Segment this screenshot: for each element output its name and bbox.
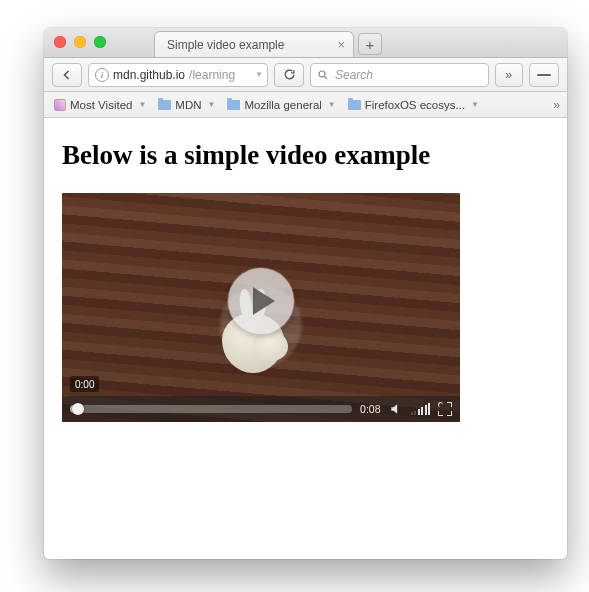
menu-button[interactable] <box>529 63 559 87</box>
chevron-down-icon: ▼ <box>471 100 479 109</box>
new-tab-button[interactable]: + <box>358 33 382 55</box>
play-icon <box>253 287 275 315</box>
folder-icon <box>227 100 240 110</box>
mute-button[interactable] <box>389 402 403 416</box>
bookmark-label: Mozilla general <box>244 99 321 111</box>
current-time: 0:00 <box>75 379 94 390</box>
toolbar-overflow-button[interactable]: » <box>495 63 523 87</box>
url-path: /learning <box>189 68 235 82</box>
toolbar: i mdn.github.io/learning ▼ Search » <box>44 58 567 92</box>
close-tab-icon[interactable]: × <box>337 38 345 51</box>
most-visited-icon <box>54 99 66 111</box>
page-heading: Below is a simple video example <box>62 140 549 171</box>
url-host: mdn.github.io <box>113 68 185 82</box>
video-player[interactable]: 0:00 0:08 <box>62 193 460 422</box>
bookmark-most-visited[interactable]: Most Visited ▼ <box>50 97 150 113</box>
folder-icon <box>158 100 171 110</box>
chevron-down-icon: ▼ <box>208 100 216 109</box>
search-field[interactable]: Search <box>310 63 489 87</box>
svg-point-0 <box>319 71 325 77</box>
minimize-window-button[interactable] <box>74 36 86 48</box>
volume-slider[interactable] <box>411 403 431 415</box>
bookmark-mozilla-general[interactable]: Mozilla general ▼ <box>223 97 339 113</box>
zoom-window-button[interactable] <box>94 36 106 48</box>
duration-label: 0:08 <box>360 403 380 415</box>
chevron-down-icon: ▼ <box>138 100 146 109</box>
fullscreen-button[interactable] <box>438 402 452 416</box>
bookmarks-overflow-button[interactable]: » <box>553 98 561 112</box>
chevron-down-icon: ▼ <box>328 100 336 109</box>
bookmarks-bar: Most Visited ▼ MDN ▼ Mozilla general ▼ F… <box>44 92 567 118</box>
seek-bar[interactable] <box>70 405 352 413</box>
close-window-button[interactable] <box>54 36 66 48</box>
tab-title: Simple video example <box>167 38 327 52</box>
address-bar[interactable]: i mdn.github.io/learning ▼ <box>88 63 268 87</box>
video-controls: 0:08 <box>62 396 460 422</box>
browser-tab[interactable]: Simple video example × <box>154 31 354 57</box>
bookmark-firefoxos-ecosys[interactable]: FirefoxOS ecosys... ▼ <box>344 97 483 113</box>
play-button[interactable] <box>228 268 294 334</box>
site-info-icon[interactable]: i <box>95 68 109 82</box>
titlebar: Simple video example × + <box>44 28 567 58</box>
reload-button[interactable] <box>274 63 304 87</box>
traffic-lights <box>54 36 106 48</box>
seek-thumb[interactable] <box>72 403 84 415</box>
url-dropdown-icon[interactable]: ▼ <box>255 70 263 79</box>
bookmark-label: MDN <box>175 99 201 111</box>
back-button[interactable] <box>52 63 82 87</box>
folder-icon <box>348 100 361 110</box>
bookmark-label: FirefoxOS ecosys... <box>365 99 465 111</box>
browser-window: Simple video example × + i mdn.github.io… <box>44 28 567 559</box>
bookmark-mdn[interactable]: MDN ▼ <box>154 97 219 113</box>
search-placeholder: Search <box>335 68 373 82</box>
current-time-badge: 0:00 <box>70 376 99 392</box>
bookmark-label: Most Visited <box>70 99 132 111</box>
page-content: Below is a simple video example 0:00 0:0… <box>44 118 567 559</box>
